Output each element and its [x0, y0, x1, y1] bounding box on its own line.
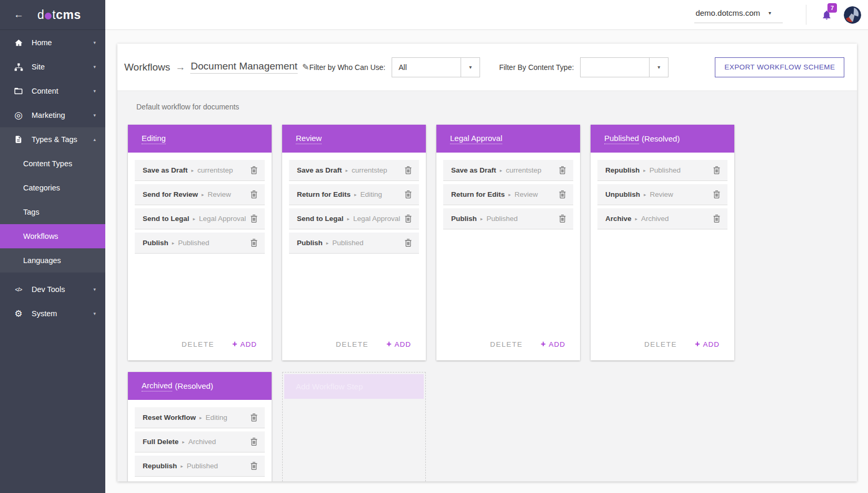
sidebar-item-content-types[interactable]: Content Types: [0, 152, 105, 176]
workflow-panel: Workflows → Document Management ✎ Filter…: [117, 44, 857, 481]
step-title[interactable]: Archived: [142, 381, 172, 391]
arrow-right-icon: ▸: [644, 192, 646, 197]
step-title[interactable]: Published: [604, 134, 639, 144]
add-action-button[interactable]: +ADD: [695, 339, 720, 349]
delete-action-button[interactable]: [558, 190, 566, 199]
delete-action-button[interactable]: [250, 190, 258, 199]
action-name: Save as Draft: [143, 166, 188, 174]
chevron-down-icon: ▾: [93, 287, 96, 292]
delete-action-button[interactable]: [713, 214, 721, 223]
delete-step-button[interactable]: DELETE: [336, 340, 368, 348]
chevron-down-icon: ▾: [93, 113, 96, 118]
delete-action-button[interactable]: [713, 166, 721, 175]
delete-action-button[interactable]: [250, 437, 258, 446]
sidebar-item-home[interactable]: Home ▾: [0, 31, 105, 55]
add-action-button[interactable]: +ADD: [541, 339, 565, 349]
add-workflow-step-label: Add Workflow Step: [284, 374, 424, 399]
sidebar-item-workflows[interactable]: Workflows: [0, 224, 105, 248]
filter-type-select[interactable]: ▾: [580, 57, 669, 77]
sidebar-item-system[interactable]: ⚙ System ▾: [0, 301, 105, 326]
sidebar-item-content[interactable]: Content ▾: [0, 79, 105, 103]
sidebar-item-types-tags[interactable]: Types & Tags ▴: [0, 127, 105, 152]
filter-who-value: All: [392, 63, 461, 72]
step-title[interactable]: Review: [296, 134, 322, 144]
step-title[interactable]: Editing: [142, 134, 166, 144]
arrow-right-icon: ▸: [643, 168, 646, 173]
action-row[interactable]: Return for Edits ▸ Review: [443, 184, 573, 205]
action-row[interactable]: Reset Workflow ▸ Editing: [135, 407, 265, 428]
action-name: Publish: [143, 239, 168, 247]
action-name: Publish: [451, 215, 477, 223]
action-row[interactable]: Save as Draft ▸ currentstep: [135, 160, 265, 181]
action-row[interactable]: Full Delete ▸ Archived: [135, 431, 265, 452]
step-card-header: Archived (Resolved): [128, 372, 272, 400]
notifications-button[interactable]: 7: [821, 9, 832, 21]
action-row[interactable]: Republish ▸ Published: [597, 160, 727, 181]
collapse-sidebar-icon[interactable]: ←: [14, 9, 24, 21]
workflow-steps: Editing Save as Draft ▸ currentstep Send…: [128, 125, 760, 481]
step-card-header: Published (Resolved): [591, 125, 734, 153]
scheme-name[interactable]: Document Management: [191, 61, 297, 74]
action-row[interactable]: Republish ▸ Published: [135, 456, 265, 477]
add-action-button[interactable]: +ADD: [386, 339, 411, 349]
add-action-button[interactable]: +ADD: [232, 339, 257, 349]
delete-action-button[interactable]: [558, 166, 566, 175]
action-row[interactable]: Send to Legal ▸ Legal Approval: [135, 208, 265, 229]
action-target: Published: [650, 166, 681, 174]
action-target: Published: [187, 462, 218, 470]
arrow-right-icon: ▸: [202, 192, 204, 197]
breadcrumb-root[interactable]: Workflows: [124, 62, 170, 73]
action-name: Send to Legal: [297, 215, 344, 223]
add-workflow-step-dropzone[interactable]: Add Workflow Step: [282, 372, 426, 481]
sidebar-item-site[interactable]: Site ▾: [0, 55, 105, 79]
delete-action-button[interactable]: [250, 461, 258, 470]
delete-step-button[interactable]: DELETE: [644, 340, 677, 348]
sidebar-item-label: Home: [32, 38, 52, 47]
arrow-right-icon: ▸: [182, 439, 185, 445]
step-title[interactable]: Legal Approval: [450, 134, 502, 144]
action-row[interactable]: Send for Review ▸ Review: [135, 184, 265, 205]
sidebar-item-marketing[interactable]: ◎ Marketing ▾: [0, 103, 105, 127]
delete-action-button[interactable]: [404, 238, 412, 247]
delete-action-button[interactable]: [404, 190, 412, 199]
delete-action-button[interactable]: [404, 166, 412, 175]
sidebar-item-tags[interactable]: Tags: [0, 200, 105, 224]
delete-action-button[interactable]: [250, 166, 258, 175]
action-target: Review: [515, 190, 538, 198]
action-name: Republish: [605, 166, 640, 174]
site-selector[interactable]: demo.dotcms.com ▾: [694, 6, 783, 23]
action-row[interactable]: Send to Legal ▸ Legal Approval: [289, 208, 419, 229]
step-card-footer: DELETE +ADD: [128, 339, 272, 360]
action-row[interactable]: Save as Draft ▸ currentstep: [443, 160, 573, 181]
sidebar-item-dev-tools[interactable]: </> Dev Tools ▾: [0, 277, 105, 301]
workflow-step-card-review: Review Save as Draft ▸ currentstep Retur…: [282, 125, 426, 360]
avatar[interactable]: [844, 6, 861, 24]
action-row[interactable]: Archive ▸ Archived: [597, 208, 727, 229]
delete-step-button[interactable]: DELETE: [490, 340, 523, 348]
select-caret-icon: ▾: [461, 58, 480, 77]
action-row[interactable]: Publish ▸ Published: [135, 233, 265, 254]
workflow-step-card-editing: Editing Save as Draft ▸ currentstep Send…: [128, 125, 272, 360]
delete-action-button[interactable]: [250, 413, 258, 422]
sidebar-item-categories[interactable]: Categories: [0, 176, 105, 200]
action-row[interactable]: Publish ▸ Published: [443, 208, 573, 229]
action-row[interactable]: Save as Draft ▸ currentstep: [289, 160, 419, 181]
add-label: ADD: [703, 340, 720, 348]
delete-action-button[interactable]: [713, 190, 721, 199]
edit-pencil-icon[interactable]: ✎: [302, 62, 309, 72]
delete-action-button[interactable]: [558, 214, 566, 223]
action-row[interactable]: Unpublish ▸ Review: [597, 184, 727, 205]
add-label: ADD: [394, 340, 411, 348]
filters: Filter by Who Can Use: All ▾ Filter By C…: [309, 57, 669, 77]
delete-step-button[interactable]: DELETE: [182, 340, 214, 348]
action-row[interactable]: Return for Edits ▸ Editing: [289, 184, 419, 205]
delete-action-button[interactable]: [250, 214, 258, 223]
action-row[interactable]: Publish ▸ Published: [289, 233, 419, 254]
sidebar-item-languages[interactable]: Languages: [0, 248, 105, 273]
notification-badge: 7: [827, 3, 837, 13]
site-selector-value: demo.dotcms.com: [695, 8, 760, 17]
filter-who-select[interactable]: All ▾: [392, 57, 480, 77]
export-workflow-scheme-button[interactable]: EXPORT WORKFLOW SCHEME: [715, 57, 844, 77]
delete-action-button[interactable]: [404, 214, 412, 223]
delete-action-button[interactable]: [250, 238, 258, 247]
